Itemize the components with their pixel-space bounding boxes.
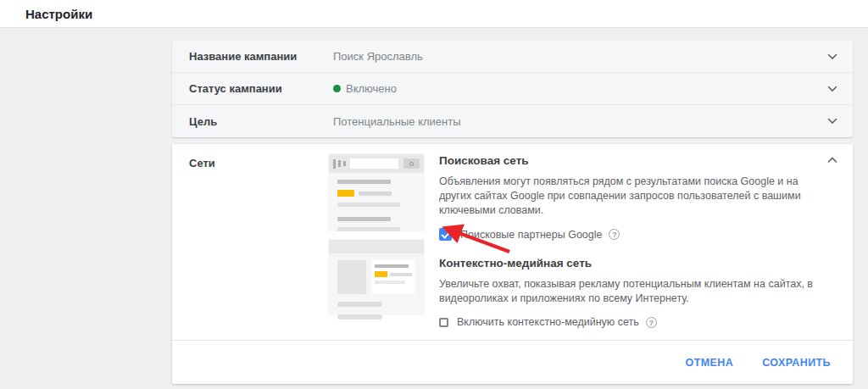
setting-row-goal[interactable]: Цель Потенциальные клиенты bbox=[172, 105, 853, 137]
chevron-down-icon[interactable] bbox=[827, 86, 837, 92]
networks-row-label: Сети bbox=[189, 157, 215, 169]
settings-card: Название кампании Поиск Ярославль Статус… bbox=[172, 41, 853, 137]
ad-badge-icon bbox=[337, 190, 354, 197]
search-partners-checkbox[interactable] bbox=[439, 228, 452, 241]
row-label: Цель bbox=[189, 115, 333, 128]
chevron-down-icon[interactable] bbox=[827, 118, 837, 125]
illustration-ad-card bbox=[371, 260, 415, 294]
save-button[interactable]: СОХРАНИТЬ bbox=[762, 357, 831, 369]
magnifier-icon bbox=[409, 162, 414, 166]
help-icon[interactable] bbox=[646, 317, 657, 328]
display-network-illustration bbox=[329, 240, 424, 314]
row-label: Название кампании bbox=[189, 50, 333, 63]
illustration-search-button bbox=[403, 158, 420, 169]
display-network-title: Контекстно-медийная сеть bbox=[439, 257, 829, 270]
search-network-title: Поисковая сеть bbox=[439, 154, 829, 167]
display-network-checkbox-label[interactable]: Включить контекстно-медийную сеть bbox=[457, 316, 639, 328]
row-label: Статус кампании bbox=[189, 82, 333, 95]
chevron-down-icon[interactable] bbox=[827, 53, 837, 60]
page-title: Настройки bbox=[25, 7, 92, 21]
status-text: Включено bbox=[346, 82, 397, 95]
row-value: Включено bbox=[333, 82, 397, 95]
setting-row-campaign-name[interactable]: Название кампании Поиск Ярославль bbox=[172, 41, 853, 73]
setting-row-campaign-status[interactable]: Статус кампании Включено bbox=[172, 73, 853, 105]
illustration-search-input bbox=[350, 158, 398, 169]
search-network-illustration bbox=[329, 154, 424, 231]
help-icon[interactable] bbox=[609, 229, 620, 240]
row-value: Потенциальные клиенты bbox=[333, 115, 461, 128]
ad-badge-icon bbox=[375, 271, 387, 277]
search-partners-checkbox-row[interactable]: Поисковые партнеры Google bbox=[439, 228, 829, 241]
app-header bbox=[0, 0, 868, 28]
illustration-search-bar bbox=[329, 154, 424, 173]
panel-footer: ОТМЕНА СОХРАНИТЬ bbox=[172, 340, 853, 384]
cancel-button[interactable]: ОТМЕНА bbox=[686, 357, 734, 369]
networks-panel: Сети bbox=[172, 144, 853, 384]
status-enabled-dot-icon bbox=[333, 85, 341, 92]
search-partners-checkbox-label[interactable]: Поисковые партнеры Google bbox=[460, 229, 602, 241]
display-network-checkbox-row[interactable]: Включить контекстно-медийную сеть bbox=[439, 316, 829, 328]
search-network-description: Объявления могут появляться рядом с резу… bbox=[439, 175, 829, 218]
row-value: Поиск Ярославль bbox=[333, 50, 423, 63]
display-network-description: Увеличьте охват, показывая рекламу потен… bbox=[439, 277, 829, 306]
networks-content: Поисковая сеть Объявления могут появлять… bbox=[439, 154, 829, 328]
display-network-checkbox[interactable] bbox=[439, 318, 448, 327]
